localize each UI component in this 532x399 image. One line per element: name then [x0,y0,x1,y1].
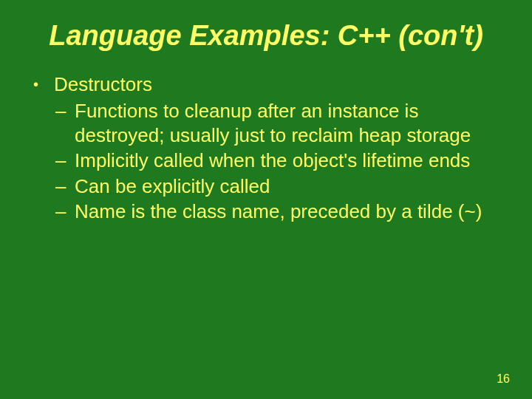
dash-icon: – [55,99,75,147]
bullet-text: Implicitly called when the object's life… [75,149,499,173]
slide: Language Examples: C++ (con't) • Destruc… [0,0,532,399]
bullet-heading: Destructors [54,72,499,97]
bullet-level1: • Destructors [33,72,499,97]
dash-icon: – [55,174,75,199]
dash-icon: – [55,149,75,173]
bullet-dot-icon: • [33,72,54,97]
bullet-level2: – Name is the class name, preceded by a … [55,200,499,224]
slide-body: • Destructors – Functions to cleanup aft… [0,59,532,224]
bullet-text: Name is the class name, preceded by a ti… [75,200,499,224]
bullet-level2: – Functions to cleanup after an instance… [55,99,499,147]
page-number: 16 [497,372,510,386]
slide-title: Language Examples: C++ (con't) [0,0,532,59]
bullet-text: Can be explicitly called [75,174,499,199]
dash-icon: – [55,200,75,224]
bullet-level2: – Implicitly called when the object's li… [55,149,499,173]
bullet-text: Functions to cleanup after an instance i… [75,99,499,147]
bullet-level2: – Can be explicitly called [55,174,499,199]
